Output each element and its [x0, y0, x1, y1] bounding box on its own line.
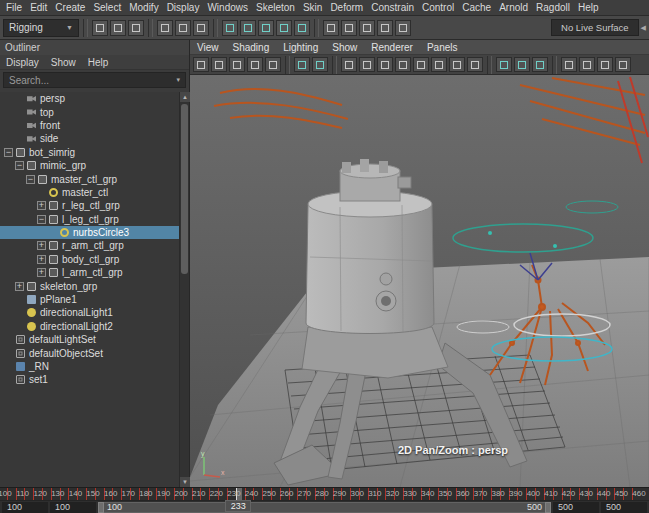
outliner-item-l_arm_ctl_grp[interactable]: +l_arm_ctl_grp — [0, 266, 179, 279]
outliner-item-skeleton_grp[interactable]: +skeleton_grp — [0, 279, 179, 292]
range-slider-bar[interactable]: 100 500 — [98, 502, 551, 513]
menu-ragdoll[interactable]: Ragdoll — [532, 2, 574, 13]
outliner-item-front[interactable]: front — [0, 119, 179, 132]
menu-create[interactable]: Create — [51, 2, 89, 13]
menu-skin[interactable]: Skin — [299, 2, 326, 13]
live-surface-field[interactable]: No Live Surface — [551, 19, 639, 36]
wireframe-on-shaded-icon[interactable] — [377, 57, 393, 72]
menu-select[interactable]: Select — [89, 2, 125, 13]
outliner-item-_RN[interactable]: _RN — [0, 360, 179, 373]
viewport-menu-renderer[interactable]: Renderer — [364, 42, 420, 53]
scroll-up-icon[interactable]: ▲ — [180, 92, 190, 102]
playback-end-field[interactable]: 500 — [553, 502, 599, 513]
expand-toggle-icon[interactable]: + — [15, 282, 24, 291]
expand-toggle-icon[interactable]: + — [37, 201, 46, 210]
outliner-item-defaultLightSet[interactable]: defaultLightSet — [0, 333, 179, 346]
outliner-menu-display[interactable]: Display — [0, 57, 45, 68]
open-scene-icon[interactable] — [110, 20, 126, 36]
outliner-item-directionalLight2[interactable]: directionalLight2 — [0, 320, 179, 333]
outliner-item-defaultObjectSet[interactable]: defaultObjectSet — [0, 346, 179, 359]
outliner-menu-help[interactable]: Help — [82, 57, 115, 68]
viewport-menu-lighting[interactable]: Lighting — [276, 42, 325, 53]
isolate-select-icon[interactable] — [496, 57, 512, 72]
animation-start-field[interactable]: 100 — [2, 502, 48, 513]
menu-arnold[interactable]: Arnold — [495, 2, 532, 13]
snap-point-icon[interactable] — [258, 20, 274, 36]
collapse-toggle-icon[interactable]: − — [37, 215, 46, 224]
playback-start-field[interactable]: 100 — [50, 502, 96, 513]
menu-file[interactable]: File — [2, 2, 26, 13]
snap-grid-icon[interactable] — [222, 20, 238, 36]
bookmarks-icon[interactable] — [247, 57, 263, 72]
scrollbar-thumb[interactable] — [181, 104, 188, 274]
playhead[interactable] — [236, 488, 242, 500]
viewport-menu-panels[interactable]: Panels — [420, 42, 465, 53]
xray-joints-icon[interactable] — [532, 57, 548, 72]
new-scene-icon[interactable] — [92, 20, 108, 36]
outliner-item-set1[interactable]: set1 — [0, 373, 179, 386]
collapse-toggle-icon[interactable]: − — [4, 148, 13, 157]
snap-plane-icon[interactable] — [276, 20, 292, 36]
menu-edit[interactable]: Edit — [26, 2, 51, 13]
use-all-lights-icon[interactable] — [413, 57, 429, 72]
screen-space-ao-icon[interactable] — [449, 57, 465, 72]
range-handle-left[interactable] — [98, 502, 104, 513]
workspace-selector[interactable]: Rigging ▼ — [3, 19, 79, 37]
select-component-icon[interactable] — [193, 20, 209, 36]
menu-display[interactable]: Display — [163, 2, 204, 13]
animation-end-field[interactable]: 500 — [601, 502, 647, 513]
menu-windows[interactable]: Windows — [203, 2, 252, 13]
outliner-item-nurbsCircle3[interactable]: nurbsCircle3 — [0, 226, 179, 239]
gate-mask-icon[interactable] — [561, 57, 577, 72]
time-slider[interactable]: 1001101201301401501601701801902002102202… — [0, 487, 649, 500]
range-handle-right[interactable] — [545, 502, 551, 513]
smooth-shade-all-icon[interactable] — [359, 57, 375, 72]
grease-pencil-icon[interactable] — [312, 57, 328, 72]
select-hierarchy-icon[interactable] — [157, 20, 173, 36]
2d-pan-zoom-icon[interactable] — [294, 57, 310, 72]
outliner-item-pPlane1[interactable]: pPlane1 — [0, 293, 179, 306]
film-gate-icon[interactable] — [597, 57, 613, 72]
viewport-canvas[interactable]: 2D Pan/Zoom : persp y x — [190, 75, 649, 487]
viewport-menu-show[interactable]: Show — [325, 42, 364, 53]
expand-toggle-icon[interactable]: + — [37, 255, 46, 264]
outliner-item-bot_simrig[interactable]: −bot_simrig — [0, 146, 179, 159]
menu-control[interactable]: Control — [418, 2, 458, 13]
wireframe-icon[interactable] — [341, 57, 357, 72]
outliner-item-master_ctl[interactable]: master_ctl — [0, 186, 179, 199]
outliner-item-body_ctl_grp[interactable]: +body_ctl_grp — [0, 253, 179, 266]
outliner-item-r_leg_ctl_grp[interactable]: +r_leg_ctl_grp — [0, 199, 179, 212]
menu-skeleton[interactable]: Skeleton — [252, 2, 299, 13]
image-plane-icon[interactable] — [265, 57, 281, 72]
search-input[interactable]: Search... ▾ — [3, 72, 186, 88]
collapse-toggle-icon[interactable]: − — [26, 175, 35, 184]
shadows-icon[interactable] — [431, 57, 447, 72]
current-frame-field[interactable]: 233 — [225, 500, 251, 512]
save-scene-icon[interactable] — [128, 20, 144, 36]
menu-help[interactable]: Help — [574, 2, 603, 13]
outliner-item-directionalLight1[interactable]: directionalLight1 — [0, 306, 179, 319]
select-object-icon[interactable] — [175, 20, 191, 36]
collapse-toolbar-icon[interactable]: ◀ — [641, 24, 646, 32]
outliner-item-mimic_grp[interactable]: −mimic_grp — [0, 159, 179, 172]
xray-icon[interactable] — [514, 57, 530, 72]
safe-action-icon[interactable] — [615, 57, 631, 72]
menu-deform[interactable]: Deform — [326, 2, 367, 13]
camera-attributes-icon[interactable] — [229, 57, 245, 72]
ipr-render-icon[interactable] — [377, 20, 393, 36]
outliner-item-r_arm_ctl_grp[interactable]: +r_arm_ctl_grp — [0, 239, 179, 252]
make-live-icon[interactable] — [294, 20, 310, 36]
menu-constrain[interactable]: Constrain — [367, 2, 418, 13]
outliner-item-side[interactable]: side — [0, 132, 179, 145]
resolution-gate-icon[interactable] — [579, 57, 595, 72]
outliner-item-l_leg_ctl_grp[interactable]: −l_leg_ctl_grp — [0, 213, 179, 226]
viewport-menu-view[interactable]: View — [190, 42, 226, 53]
render-frame-icon[interactable] — [359, 20, 375, 36]
motion-blur-icon[interactable] — [467, 57, 483, 72]
render-view-icon[interactable] — [341, 20, 357, 36]
outliner-item-persp[interactable]: persp — [0, 92, 179, 105]
scroll-down-icon[interactable]: ▼ — [180, 477, 190, 487]
collapse-toggle-icon[interactable]: − — [15, 161, 24, 170]
snap-curve-icon[interactable] — [240, 20, 256, 36]
viewport-menu-shading[interactable]: Shading — [226, 42, 277, 53]
